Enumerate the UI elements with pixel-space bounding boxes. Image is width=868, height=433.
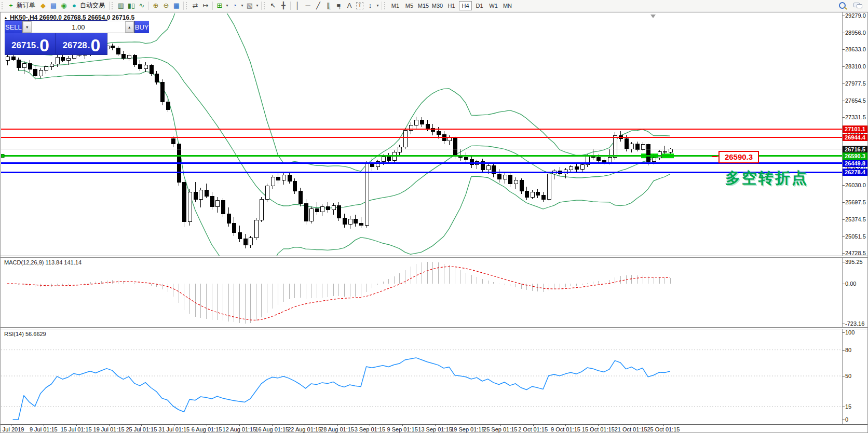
timeframe-button-m1[interactable]: M1 (389, 1, 402, 10)
price-axis-tick-label: 27654.5 (845, 97, 866, 104)
timeframe-button-m30[interactable]: M30 (431, 1, 444, 10)
text-icon[interactable]: A (344, 1, 355, 11)
toolbar-drag-handle (264, 2, 266, 9)
indicators-icon[interactable]: ⊞ (214, 1, 225, 11)
timeframe-button-h4[interactable]: H4 (459, 1, 472, 10)
buy-price-big-digit: 0 (91, 37, 101, 53)
collapse-arrow-icon[interactable]: ▲ (4, 16, 8, 20)
rsi-axis-tick-label: 50 (845, 373, 851, 379)
metaeditor-icon[interactable]: ◆ (38, 1, 48, 11)
templates-icon[interactable]: ▧ (245, 1, 255, 11)
dropdown-caret-icon[interactable]: ▾ (375, 3, 380, 8)
macd-axis-tick-label: 395.25 (845, 259, 863, 265)
rsi-axis-tick-label: 100 (845, 329, 855, 336)
toolbar-separator (290, 2, 291, 10)
fibonacci-icon[interactable]: ≡F (334, 1, 344, 11)
time-axis[interactable]: 3 Jul 20199 Jul 01:1515 Jul 01:1519 Jul … (1, 424, 868, 433)
macd-axis-tick (843, 324, 845, 324)
price-axis-tick-label: 28310.0 (845, 63, 866, 69)
price-tag-connector (712, 156, 717, 157)
candlestick-chart-icon[interactable]: ▮▯ (126, 1, 137, 11)
zoom-in-icon[interactable]: ⊕ (151, 1, 161, 11)
crosshair-icon[interactable]: ╋ (278, 1, 289, 11)
price-axis-tick (843, 202, 845, 203)
timeframe-button-m15[interactable]: M15 (417, 1, 430, 10)
panel-splitter[interactable] (1, 327, 868, 329)
rsi-panel-canvas[interactable] (1, 329, 842, 424)
new-order-icon[interactable]: + (6, 1, 16, 11)
autotrading-label: 自动交易 (79, 1, 107, 10)
new-order-label: 新订单 (16, 1, 38, 10)
trendline-icon[interactable]: ╱ (313, 1, 323, 11)
price-axis-tick (843, 117, 845, 118)
toolbar-separator (261, 2, 262, 10)
rsi-axis-tick (843, 376, 845, 376)
turning-point-annotation[interactable]: 多空转折点 (725, 168, 808, 189)
periods-icon[interactable]: ◔ (229, 1, 240, 11)
macd-label: MACD(12,26,9) 113.84 141.14 (4, 259, 82, 266)
timeframe-button-h1[interactable]: H1 (445, 1, 458, 10)
symbol-ohlc-text: HK50-,H4 26690.0 26768.5 26654.0 26716.5 (10, 14, 134, 21)
buy-price[interactable]: 26728.0 (56, 33, 107, 54)
vertical-line-icon[interactable]: │ (292, 1, 303, 11)
search-icon[interactable] (837, 1, 847, 11)
price-axis-tick-label: 29279.0 (845, 12, 866, 19)
price-badge: 26944.4 (843, 134, 867, 141)
symbol-header[interactable]: ▲HK50-,H4 26690.0 26768.5 26654.0 26716.… (4, 14, 134, 21)
tile-windows-icon[interactable]: ▦ (171, 1, 182, 11)
chat-icon[interactable] (852, 1, 863, 11)
dropdown-caret-icon[interactable]: ▾ (240, 3, 245, 8)
price-axis-tick-label: 28956.0 (845, 30, 866, 36)
signals-icon[interactable]: ◉ (59, 1, 69, 11)
time-axis-label: 25 Oct 01:15 (640, 426, 687, 432)
sell-price[interactable]: 26715.0 (5, 33, 56, 54)
equidistant-channel-icon[interactable]: ∥E (323, 1, 334, 11)
dropdown-caret-icon[interactable]: ▾ (225, 3, 229, 8)
zoom-out-icon[interactable]: ⊖ (161, 1, 171, 11)
arrow-tools-icon[interactable]: ↕ (365, 1, 375, 11)
price-axis-tick-label: 25374.5 (845, 216, 866, 222)
price-badge: 26278.4 (843, 169, 867, 176)
horizontal-line-icon[interactable]: ─ (303, 1, 313, 11)
dropdown-caret-icon[interactable]: ▾ (255, 3, 260, 8)
macd-axis-tick-label: -723.16 (845, 320, 864, 327)
timeframe-button-d1[interactable]: D1 (473, 1, 486, 10)
bar-chart-icon[interactable]: ▥ (116, 1, 126, 11)
one-click-trading-panel: SELL ▼ ▲ BUY 26715.0 26728.0 (5, 20, 107, 55)
buy-button[interactable]: BUY (134, 21, 149, 33)
main-toolbar: +新订单◆▤◉●自动交易▥▮▯∿⊕⊖▦⇄↦⊞▾◔▾▧▾↖╋│─╱∥E≡FAT↕▾… (0, 0, 868, 11)
toolbar-separator (183, 2, 184, 10)
rsi-label: RSI(14) 56.6629 (4, 331, 46, 337)
timeframe-button-w1[interactable]: W1 (487, 1, 500, 10)
autotrading-icon[interactable]: ● (69, 1, 79, 11)
toolbar-drag-handle (186, 2, 188, 9)
price-axis-tick (843, 83, 845, 84)
chart-shift-icon[interactable]: ↦ (200, 1, 211, 11)
price-axis-tick (843, 33, 845, 33)
text-label-icon[interactable]: T (355, 1, 365, 11)
volume-stepper: ▼ ▲ (22, 21, 134, 33)
toolbar-buttons: +新订单◆▤◉●自动交易▥▮▯∿⊕⊖▦⇄↦⊞▾◔▾▧▾↖╋│─╱∥E≡FAT↕▾… (1, 1, 514, 11)
auto-scroll-icon[interactable]: ⇄ (190, 1, 200, 11)
cursor-icon[interactable]: ↖ (268, 1, 278, 11)
sell-price-big-digit: 0 (39, 37, 49, 53)
line-chart-icon[interactable]: ∿ (137, 1, 147, 11)
volume-decrease-button[interactable]: ▼ (23, 21, 32, 33)
volume-input[interactable] (32, 21, 125, 33)
toolbar-drag-handle (112, 2, 114, 9)
main-chart-canvas[interactable] (1, 13, 842, 256)
timeframe-button-m5[interactable]: M5 (403, 1, 416, 10)
terminal-icon[interactable]: ▤ (48, 1, 59, 11)
price-axis-tick-label: 27331.5 (845, 114, 866, 120)
timeframe-button-mn[interactable]: MN (501, 1, 514, 10)
rsi-axis-tick-label: 0 (845, 416, 848, 423)
price-tag-26590[interactable]: 26590.3 (718, 151, 759, 163)
sell-button[interactable]: SELL (5, 21, 22, 33)
panel-splitter[interactable] (1, 256, 868, 258)
volume-increase-button[interactable]: ▲ (125, 21, 134, 33)
price-badge: 26449.8 (843, 160, 867, 167)
price-axis-tick (843, 66, 845, 67)
toolbar-separator (382, 2, 382, 10)
price-axis-tick-label: 28633.0 (845, 46, 866, 52)
macd-panel-canvas[interactable] (1, 258, 842, 328)
